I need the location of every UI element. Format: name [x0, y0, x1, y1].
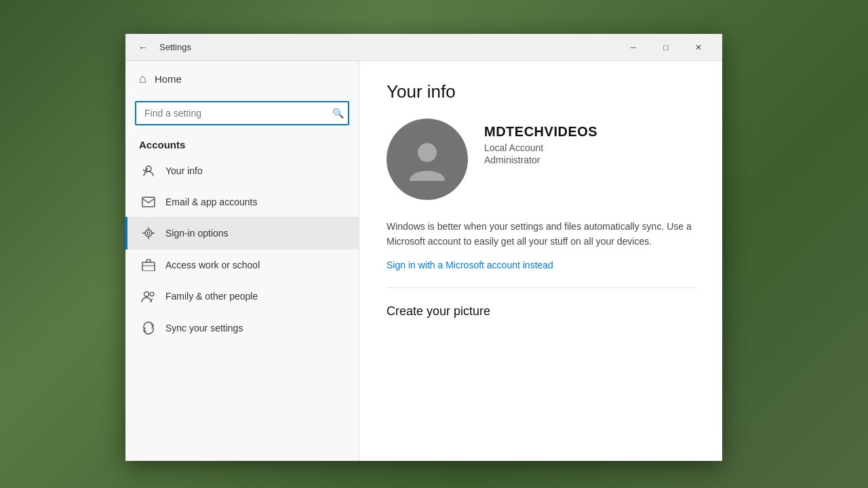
avatar-icon: [403, 135, 452, 184]
sidebar-item-sync-settings[interactable]: Sync your settings: [125, 312, 359, 344]
ms-account-link[interactable]: Sign in with a Microsoft account instead: [387, 260, 553, 270]
search-input[interactable]: [135, 101, 349, 125]
profile-info: MDTECHVIDEOS Local Account Administrator: [484, 119, 597, 165]
username: MDTECHVIDEOS: [484, 124, 597, 140]
avatar: [387, 119, 468, 200]
sign-in-icon: [141, 226, 156, 240]
family-people-label: Family & other people: [165, 291, 258, 302]
minimize-button[interactable]: ─: [618, 37, 649, 58]
create-picture-title: Create your picture: [387, 304, 695, 319]
section-divider: [387, 287, 695, 288]
sign-in-options-label: Sign-in options: [165, 228, 229, 239]
briefcase-icon: [141, 259, 156, 271]
title-bar: ← Settings ─ □ ✕: [125, 34, 722, 61]
email-icon: [141, 197, 156, 207]
your-info-label: Your info: [165, 165, 203, 176]
window-body: ⌂ Home 🔍 Accounts Your info: [125, 61, 722, 461]
main-content: Your info MDTECHVIDEOS Local Account Adm…: [359, 61, 722, 461]
svg-point-3: [147, 232, 150, 235]
home-label: Home: [155, 73, 182, 85]
settings-window: ← Settings ─ □ ✕ ⌂ Home 🔍: [125, 34, 722, 461]
svg-point-5: [144, 292, 149, 297]
email-accounts-label: Email & app accounts: [165, 197, 257, 207]
svg-rect-1: [142, 197, 155, 207]
sidebar-item-your-info[interactable]: Your info: [125, 155, 359, 187]
sidebar: ⌂ Home 🔍 Accounts Your info: [125, 61, 359, 461]
sidebar-item-family-people[interactable]: Family & other people: [125, 281, 359, 312]
sidebar-item-access-work-school[interactable]: Access work or school: [125, 249, 359, 281]
svg-point-2: [145, 230, 152, 237]
sync-icon: [141, 321, 156, 335]
access-work-school-label: Access work or school: [165, 260, 260, 270]
svg-point-0: [146, 166, 151, 171]
group-icon: [141, 290, 156, 302]
back-button[interactable]: ←: [134, 38, 153, 57]
svg-rect-4: [142, 262, 155, 271]
sidebar-item-email-accounts[interactable]: Email & app accounts: [125, 187, 359, 217]
window-title: Settings: [159, 42, 618, 52]
sync-settings-label: Sync your settings: [165, 323, 243, 333]
window-controls: ─ □ ✕: [618, 37, 714, 58]
profile-section: MDTECHVIDEOS Local Account Administrator: [387, 119, 695, 200]
accounts-section-header: Accounts: [125, 132, 359, 155]
close-button[interactable]: ✕: [683, 37, 714, 58]
sidebar-item-sign-in-options[interactable]: Sign-in options: [125, 217, 359, 249]
your-info-icon: [141, 164, 156, 178]
maximize-button[interactable]: □: [650, 37, 682, 58]
account-type: Local Account: [484, 142, 597, 153]
svg-point-7: [418, 143, 437, 162]
svg-point-6: [150, 292, 154, 296]
sidebar-home-button[interactable]: ⌂ Home: [125, 61, 359, 97]
search-icon[interactable]: 🔍: [332, 108, 344, 119]
home-icon: ⌂: [139, 72, 146, 86]
account-role: Administrator: [484, 155, 597, 165]
page-title: Your info: [387, 81, 695, 102]
sync-message: Windows is better when your settings and…: [387, 219, 695, 249]
search-box: 🔍: [135, 101, 349, 125]
